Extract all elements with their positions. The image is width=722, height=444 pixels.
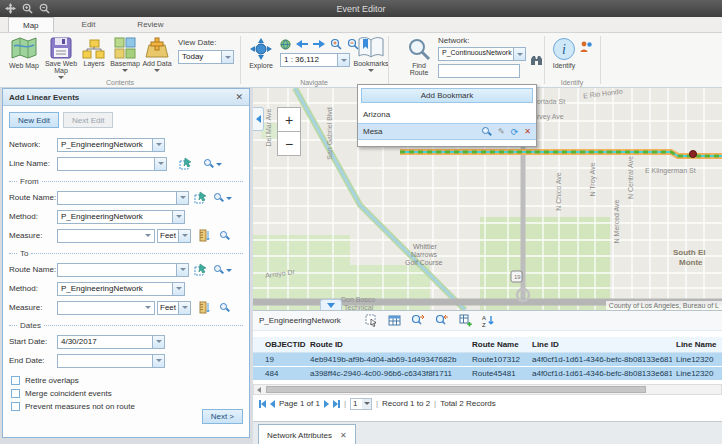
to-route-name-combo[interactable] [57,263,189,277]
column-header[interactable]: Line ID [528,340,672,349]
to-method-combo[interactable]: P_EngineeringNetwork [57,282,185,296]
table-source-label: P_EngineeringNetwork [259,316,341,325]
basemap-button[interactable]: Basemap [110,37,140,72]
prevent-measures-checkbox[interactable] [11,402,20,411]
add-bookmark-button[interactable]: Add Bookmark [361,88,533,103]
bookmark-zoom-icon[interactable] [482,127,492,137]
scale-combo[interactable]: 1 : 36,112 [280,53,350,67]
tab-review[interactable]: Review [123,17,177,32]
next-extent-icon[interactable] [313,39,325,49]
table-row[interactable]: 19 4eb9419b-af9b-4d04-ab69-1d49347682b R… [253,353,722,367]
line-name-combo[interactable] [57,157,167,171]
end-date-combo[interactable] [57,354,165,368]
identify-button[interactable]: i Identify [550,37,578,69]
view-date-combo[interactable]: Today [178,50,234,64]
find-route-button[interactable]: FindRoute [402,37,436,76]
merge-coincident-label: Merge coincident events [25,389,112,398]
street-label: E Klingerman St [645,167,696,174]
to-unit-combo[interactable]: Feet [157,301,191,315]
close-tab-icon[interactable]: ✕ [340,431,347,440]
page-number-combo[interactable]: 1 [350,398,372,410]
panel-collapse-handle[interactable] [253,107,264,131]
add-data-button[interactable]: Add Data [142,37,172,72]
record-range-label: Record 1 to 2 [382,399,430,408]
column-header[interactable]: Route ID [306,340,468,349]
line-name-label: Line Name: [9,159,57,168]
from-measure-zoom[interactable] [220,231,230,241]
end-date-label: End Date: [9,356,57,365]
new-edit-button[interactable]: New Edit [9,112,59,128]
layers-button[interactable]: Layers [80,39,108,67]
prev-page-button[interactable] [270,400,275,408]
zoom-to-selection-icon[interactable] [411,314,425,327]
prev-extent-icon[interactable] [296,39,308,49]
find-route-network-combo[interactable]: P_ContinuousNetwork [438,47,526,61]
bookmark-remove-icon[interactable]: ✕ [524,127,531,136]
retire-overlaps-checkbox[interactable] [11,376,20,385]
sort-icon[interactable]: AZ [482,314,495,327]
next-button[interactable]: Next > [202,409,243,424]
bookmarks-button[interactable]: Bookmarks [354,37,388,72]
scrollbar-thumb[interactable] [266,386,646,393]
globe-icon[interactable] [280,39,291,50]
select-route-icon-to[interactable] [194,263,207,276]
page-label: Page 1 of 1 [279,399,320,408]
place-label: Narrows [411,251,437,258]
column-header[interactable]: Line Name [672,340,722,349]
table-row[interactable]: 484 a398ff4c-2940-4c00-96b6-c6343f8f1711… [253,367,722,381]
select-route-icon-from[interactable] [194,191,207,204]
prevent-measures-label: Prevent measures not on route [25,402,135,411]
bookmark-item-arizona[interactable]: Arizona [358,106,536,123]
next-page-button[interactable] [324,400,329,408]
svg-text:A: A [482,315,486,321]
select-line-icon[interactable] [179,157,192,170]
street-label: N Central Ave [627,156,634,199]
bookmark-edit-icon[interactable]: ✎ [498,127,505,136]
from-route-zoom-tool[interactable] [214,193,232,203]
identify-person-icon[interactable] [580,41,592,53]
bookmark-refresh-icon[interactable]: ⟳ [511,127,519,137]
map-zoom-in-button[interactable]: + [277,107,301,132]
map-zoom-out-button[interactable]: − [277,131,301,156]
web-map-button[interactable]: Web Map [8,37,40,69]
find-route-input[interactable] [438,64,520,78]
from-route-name-combo[interactable] [57,191,189,205]
measure-ruler-icon-from[interactable] [198,229,211,242]
add-to-selection-icon[interactable] [459,314,472,327]
from-unit-combo[interactable]: Feet [157,229,191,243]
save-web-map-button[interactable]: Save Web Map [46,37,76,79]
table-toolbar: P_EngineeringNetwork AZ [253,311,722,331]
tab-edit[interactable]: Edit [68,17,110,32]
tab-map[interactable]: Map [8,17,54,32]
table-options-icon[interactable] [388,314,401,327]
bookmark-item-mesa[interactable]: Mesa ✎ ⟳ ✕ [358,123,536,140]
column-header[interactable]: OBJECTID [253,340,306,349]
first-page-button[interactable] [259,400,266,408]
column-header[interactable]: Route Name [468,340,528,349]
from-method-combo[interactable]: P_EngineeringNetwork [57,210,185,224]
network-combo[interactable]: P_EngineeringNetwork [57,138,165,152]
to-route-zoom-tool[interactable] [214,265,232,275]
binoculars-icon[interactable] [530,55,543,67]
network-attributes-tab[interactable]: Network Attributes ✕ [258,424,356,444]
zoom-in-map-icon[interactable] [330,38,342,50]
line-zoom-tool[interactable] [204,159,222,169]
next-edit-button[interactable]: Next Edit [63,112,113,128]
panel-close-icon[interactable]: ✕ [235,92,243,102]
pan-to-selection-icon[interactable] [435,314,449,327]
start-date-combo[interactable]: 4/30/2017 [57,335,165,349]
explore-button[interactable]: Explore [246,37,276,69]
panel-header: Add Linear Events ✕ [3,89,249,106]
merge-coincident-checkbox[interactable] [11,389,20,398]
last-page-button[interactable] [333,400,340,408]
table-horizontal-scrollbar[interactable] [253,384,722,395]
select-records-icon[interactable] [365,314,378,327]
to-measure-combo[interactable] [57,301,155,315]
from-measure-combo[interactable] [57,229,155,243]
place-label: Don Bosco [341,296,375,303]
route-name-label-from: Route Name: [9,193,57,202]
to-measure-zoom[interactable] [220,303,230,313]
table-collapse-handle[interactable] [320,299,342,310]
find-route-icon [407,37,431,61]
measure-ruler-icon-to[interactable] [198,301,211,314]
